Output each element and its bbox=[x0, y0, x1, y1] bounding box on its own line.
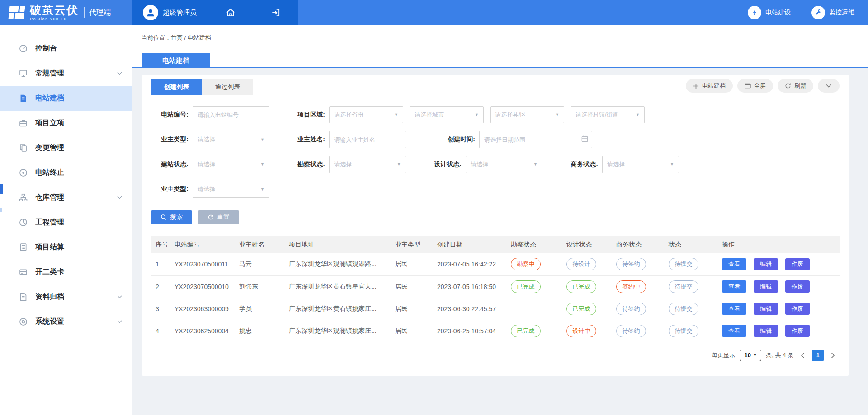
document-icon bbox=[19, 94, 28, 103]
status-badge: 待签约 bbox=[616, 325, 646, 337]
page-tab-station-archive[interactable]: 电站建档 bbox=[142, 53, 210, 68]
logout-button[interactable] bbox=[253, 0, 298, 25]
sidebar-item-change-management[interactable]: 变更管理 bbox=[0, 135, 132, 160]
select-caret-icon: ▼ bbox=[753, 353, 757, 357]
edit-button[interactable]: 编辑 bbox=[754, 258, 778, 270]
sidebar-item-data-archive[interactable]: 资料归档 bbox=[0, 284, 132, 309]
view-button[interactable]: 查看 bbox=[722, 303, 746, 315]
refresh-button[interactable]: 刷新 bbox=[778, 79, 813, 93]
brand-icon bbox=[7, 4, 25, 21]
create-time-label: 创建时间: bbox=[424, 135, 479, 144]
create-station-button[interactable]: 电站建档 bbox=[686, 79, 733, 93]
owner-name-label: 业主姓名: bbox=[288, 135, 329, 144]
copy-icon bbox=[19, 144, 28, 152]
tab-passed-list[interactable]: 通过列表 bbox=[202, 79, 253, 95]
sidebar-item-station-termination[interactable]: 电站终止 bbox=[0, 160, 132, 185]
refresh-icon bbox=[785, 83, 791, 89]
panel-card: 创建列表 通过列表 电站建档 全屏 刷新 bbox=[142, 75, 849, 376]
status-badge: 签约中 bbox=[616, 280, 646, 293]
chevron-down-icon bbox=[117, 196, 122, 199]
brand-subtitle: Po Jian Yun Fu bbox=[30, 17, 79, 21]
town-select[interactable]: 请选择村镇/街道▼ bbox=[571, 106, 645, 123]
sidebar-item-engineering-management[interactable]: 工程管理 bbox=[0, 210, 132, 235]
owner-name-input[interactable] bbox=[329, 131, 406, 148]
calculator-icon bbox=[19, 243, 28, 252]
select-caret-icon: ▼ bbox=[394, 112, 398, 117]
nav-monitoring-ops[interactable]: 监控运维 bbox=[811, 6, 854, 19]
owner-type2-select[interactable]: 请选择▼ bbox=[193, 181, 269, 198]
edit-button[interactable]: 编辑 bbox=[754, 325, 778, 337]
sidebar-item-system-settings[interactable]: 系统设置 bbox=[0, 309, 132, 334]
void-button[interactable]: 作废 bbox=[785, 258, 810, 270]
per-page-label: 每页显示 bbox=[712, 351, 735, 359]
plus-icon bbox=[693, 83, 699, 89]
void-button[interactable]: 作废 bbox=[785, 325, 810, 337]
logout-icon bbox=[271, 8, 281, 18]
chevron-down-icon bbox=[117, 295, 122, 298]
reset-icon bbox=[208, 214, 214, 220]
status-badge: 勘察中 bbox=[511, 258, 541, 270]
chevron-left-icon bbox=[801, 352, 805, 359]
survey-status-select[interactable]: 请选择▼ bbox=[329, 156, 406, 173]
tab-create-list[interactable]: 创建列表 bbox=[151, 79, 202, 95]
next-page-button[interactable] bbox=[828, 352, 838, 359]
fullscreen-button[interactable]: 全屏 bbox=[737, 79, 773, 93]
sidebar-item-console[interactable]: 控制台 bbox=[0, 36, 132, 61]
owner-type-label: 业主类型: bbox=[151, 135, 193, 144]
province-select[interactable]: 请选择省份▼ bbox=[329, 106, 403, 123]
select-caret-icon: ▼ bbox=[260, 137, 264, 142]
region-label: 项目区域: bbox=[288, 111, 329, 119]
card-icon bbox=[19, 268, 28, 276]
wrench-icon bbox=[815, 9, 822, 16]
status-badge: 已完成 bbox=[566, 303, 596, 315]
breadcrumb: 当前位置：首页 / 电站建档 bbox=[132, 25, 868, 42]
date-range-input[interactable] bbox=[479, 131, 592, 148]
edit-button[interactable]: 编辑 bbox=[754, 280, 778, 293]
void-button[interactable]: 作废 bbox=[785, 303, 810, 315]
view-button[interactable]: 查看 bbox=[722, 325, 746, 337]
void-button[interactable]: 作废 bbox=[785, 280, 810, 293]
county-select[interactable]: 请选择县/区▼ bbox=[490, 106, 564, 123]
design-status-select[interactable]: 请选择▼ bbox=[466, 156, 542, 173]
home-button[interactable] bbox=[208, 0, 253, 25]
business-status-select[interactable]: 请选择▼ bbox=[602, 156, 679, 173]
portal-label: 代理端 bbox=[84, 7, 111, 18]
app-root: 破茧云伏 Po Jian Yun Fu 代理端 超级管理员 bbox=[0, 0, 868, 415]
collapse-toolbar-button[interactable] bbox=[818, 79, 840, 93]
chevron-down-icon bbox=[826, 84, 831, 88]
nav-station-construction[interactable]: 电站建设 bbox=[748, 6, 791, 19]
table-row: 1 YX2023070500011 马云 广东深圳龙华区观澜镇观湖路... 居民… bbox=[151, 253, 840, 275]
sidebar-item-station-archive[interactable]: 电站建档 bbox=[0, 86, 132, 111]
select-caret-icon: ▼ bbox=[397, 162, 401, 167]
sidebar-item-project-initiation[interactable]: 项目立项 bbox=[0, 111, 132, 135]
sidebar-item-general-management[interactable]: 常规管理 bbox=[0, 61, 132, 86]
station-code-input[interactable] bbox=[193, 106, 269, 123]
view-button[interactable]: 查看 bbox=[722, 258, 746, 270]
sidebar-item-warehouse-management[interactable]: 仓库管理 bbox=[0, 185, 132, 210]
chevron-right-icon bbox=[831, 352, 835, 359]
prev-page-button[interactable] bbox=[798, 352, 807, 359]
fullscreen-icon bbox=[745, 83, 751, 89]
view-button[interactable]: 查看 bbox=[722, 280, 746, 293]
search-button[interactable]: 搜索 bbox=[151, 210, 192, 224]
per-page-select[interactable]: 10 ▼ bbox=[740, 350, 761, 361]
scrollbar-fragment bbox=[0, 208, 2, 212]
status-badge: 待提交 bbox=[669, 325, 698, 337]
page-number-button[interactable]: 1 bbox=[812, 350, 824, 361]
lightning-icon bbox=[751, 9, 758, 16]
sidebar-item-project-settlement[interactable]: 项目结算 bbox=[0, 235, 132, 260]
sidebar-item-second-class-card[interactable]: 开二类卡 bbox=[0, 260, 132, 284]
scrollbar-thumb[interactable] bbox=[0, 184, 3, 194]
logo: 破茧云伏 Po Jian Yun Fu 代理端 bbox=[0, 0, 132, 25]
build-status-select[interactable]: 请选择▼ bbox=[193, 156, 269, 173]
user-menu[interactable]: 超级管理员 bbox=[132, 0, 208, 25]
chevron-down-icon bbox=[117, 72, 122, 75]
top-header: 破茧云伏 Po Jian Yun Fu 代理端 超级管理员 bbox=[0, 0, 868, 25]
edit-button[interactable]: 编辑 bbox=[754, 303, 778, 315]
city-select[interactable]: 请选择城市▼ bbox=[410, 106, 484, 123]
reset-button[interactable]: 重置 bbox=[198, 210, 239, 224]
owner-type-select[interactable]: 请选择▼ bbox=[193, 131, 269, 148]
calendar-icon[interactable] bbox=[581, 135, 589, 143]
select-caret-icon: ▼ bbox=[670, 162, 674, 167]
status-badge: 待签约 bbox=[616, 303, 646, 315]
